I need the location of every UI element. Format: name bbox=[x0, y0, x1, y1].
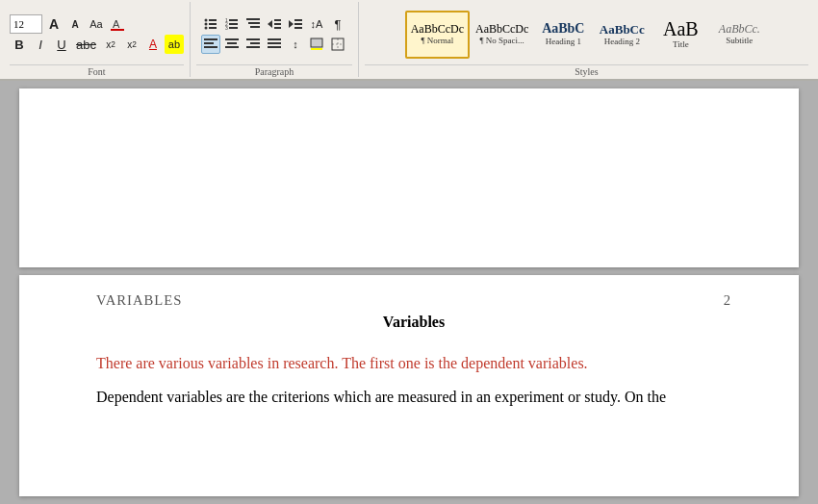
svg-rect-16 bbox=[250, 26, 260, 28]
clear-format-btn[interactable]: A bbox=[108, 14, 127, 34]
styles-section: AaBbCcDc ¶ Normal AaBbCcDc ¶ No Spaci...… bbox=[359, 2, 814, 77]
style-heading2-preview: AaBbCc bbox=[600, 23, 645, 36]
ribbon-toolbar: 12 A A Aa A B I bbox=[0, 0, 818, 81]
page-2: VARIABLES 2 Variables There are various … bbox=[19, 275, 799, 496]
bullets-icon bbox=[204, 17, 217, 31]
justify-btn[interactable] bbox=[265, 35, 284, 54]
svg-rect-20 bbox=[274, 27, 281, 29]
align-left-icon bbox=[204, 38, 217, 51]
svg-rect-18 bbox=[274, 19, 281, 21]
font-color-btn[interactable]: A bbox=[143, 35, 163, 54]
svg-point-2 bbox=[204, 19, 207, 22]
style-heading1-label: Heading 1 bbox=[546, 37, 581, 46]
underline-btn[interactable]: U bbox=[52, 35, 71, 54]
page-title: Variables bbox=[96, 314, 731, 331]
style-title-preview: AaB bbox=[663, 19, 699, 38]
style-normal[interactable]: AaBbCcDc ¶ Normal bbox=[405, 11, 470, 59]
svg-rect-3 bbox=[209, 19, 217, 21]
italic-btn[interactable]: I bbox=[31, 35, 50, 54]
shrink-font-btn[interactable]: A bbox=[65, 14, 85, 34]
grow-font-btn[interactable]: A bbox=[44, 14, 64, 34]
style-no-spacing-label: ¶ No Spaci... bbox=[479, 36, 524, 45]
document-area: VARIABLES 2 Variables There are various … bbox=[0, 81, 818, 504]
align-right-btn[interactable] bbox=[243, 35, 263, 54]
font-section-content: 12 A A Aa A B I bbox=[10, 4, 184, 64]
style-title-label: Title bbox=[673, 39, 689, 49]
svg-rect-25 bbox=[204, 38, 217, 40]
page-para1: There are various variables in research.… bbox=[96, 350, 731, 378]
change-case-btn[interactable]: Aa bbox=[87, 14, 106, 34]
style-heading2-label: Heading 2 bbox=[604, 37, 640, 46]
sort-btn[interactable]: ↕A bbox=[307, 14, 326, 34]
subscript-btn[interactable]: x2 bbox=[101, 35, 120, 54]
style-no-spacing[interactable]: AaBbCcDc ¶ No Spaci... bbox=[471, 11, 533, 59]
svg-rect-11 bbox=[229, 23, 238, 25]
style-heading1-preview: AaBbC bbox=[542, 22, 584, 36]
style-normal-preview: AaBbCcDc bbox=[411, 23, 464, 35]
page-header: VARIABLES 2 bbox=[96, 292, 731, 309]
superscript-btn[interactable]: x2 bbox=[122, 35, 141, 54]
styles-section-title: Styles bbox=[365, 64, 808, 77]
style-normal-label: ¶ Normal bbox=[421, 36, 453, 45]
style-heading1[interactable]: AaBbC Heading 1 bbox=[534, 11, 592, 59]
svg-rect-30 bbox=[225, 46, 239, 48]
svg-rect-33 bbox=[246, 46, 260, 48]
svg-point-4 bbox=[204, 23, 207, 26]
svg-rect-26 bbox=[204, 42, 214, 44]
styles-section-content: AaBbCcDc ¶ Normal AaBbCcDc ¶ No Spaci...… bbox=[405, 4, 769, 64]
svg-rect-7 bbox=[209, 27, 217, 29]
style-subtitle[interactable]: AaBbCc. Subtitle bbox=[710, 11, 768, 59]
font-row2: B I U abc x2 x2 A ab bbox=[10, 35, 184, 54]
para-section-title: Paragraph bbox=[196, 64, 352, 77]
font-size-box[interactable]: 12 bbox=[10, 14, 42, 34]
highlight-btn[interactable]: ab bbox=[165, 35, 184, 54]
svg-rect-15 bbox=[248, 22, 260, 24]
multilevel-icon bbox=[246, 17, 260, 31]
svg-rect-5 bbox=[209, 23, 217, 25]
line-spacing-btn[interactable]: ↕ bbox=[286, 35, 305, 54]
svg-rect-24 bbox=[294, 27, 302, 29]
strikethrough-btn[interactable]: abc bbox=[73, 35, 99, 54]
borders-btn[interactable] bbox=[328, 35, 347, 54]
svg-rect-13 bbox=[229, 27, 238, 29]
align-left-btn[interactable] bbox=[201, 35, 220, 54]
style-heading2[interactable]: AaBbCc Heading 2 bbox=[593, 11, 651, 59]
svg-rect-38 bbox=[311, 48, 322, 50]
align-center-icon bbox=[225, 38, 239, 51]
font-section-title: Font bbox=[10, 64, 184, 77]
svg-rect-37 bbox=[311, 38, 322, 47]
para-row2: ↕ bbox=[201, 35, 347, 54]
svg-text:A: A bbox=[113, 18, 120, 30]
svg-text:3: 3 bbox=[225, 25, 228, 31]
bold-btn[interactable]: B bbox=[10, 35, 29, 54]
page-number: 2 bbox=[724, 292, 731, 309]
bullets-btn[interactable] bbox=[201, 14, 220, 34]
svg-rect-14 bbox=[246, 18, 260, 20]
svg-rect-36 bbox=[268, 46, 281, 48]
show-para-btn[interactable]: ¶ bbox=[328, 14, 347, 34]
svg-rect-32 bbox=[250, 42, 260, 44]
svg-marker-17 bbox=[268, 20, 272, 28]
svg-rect-31 bbox=[246, 38, 260, 40]
style-subtitle-preview: AaBbCc. bbox=[719, 23, 760, 35]
styles-strip: AaBbCcDc ¶ Normal AaBbCcDc ¶ No Spaci...… bbox=[405, 11, 769, 59]
decrease-indent-icon bbox=[268, 17, 281, 31]
style-no-spacing-preview: AaBbCcDc bbox=[475, 23, 528, 35]
page-para2: Dependent variables are the criterions w… bbox=[96, 384, 731, 412]
page-header-left: VARIABLES bbox=[96, 292, 182, 309]
font-size-value: 12 bbox=[13, 18, 24, 30]
svg-marker-21 bbox=[289, 20, 294, 28]
svg-point-6 bbox=[204, 27, 207, 30]
align-center-btn[interactable] bbox=[222, 35, 242, 54]
style-title[interactable]: AaB Title bbox=[652, 11, 709, 59]
shading-btn[interactable] bbox=[307, 35, 326, 54]
decrease-indent-btn[interactable] bbox=[265, 14, 284, 34]
increase-indent-btn[interactable] bbox=[286, 14, 305, 34]
numbering-btn[interactable]: 1 2 3 bbox=[222, 14, 242, 34]
svg-rect-27 bbox=[204, 46, 217, 48]
svg-rect-28 bbox=[225, 38, 239, 40]
page-1 bbox=[19, 88, 799, 267]
multilevel-btn[interactable] bbox=[243, 14, 263, 34]
svg-rect-9 bbox=[229, 19, 238, 21]
para-row1: 1 2 3 bbox=[201, 14, 347, 34]
